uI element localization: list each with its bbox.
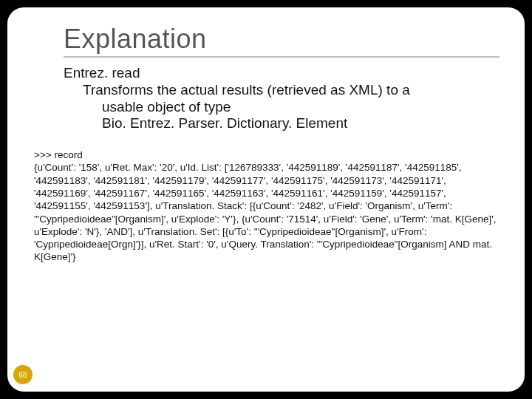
description-body: Transforms the actual results (retrieved…: [64, 82, 498, 132]
repl-prompt-line: >>> record: [34, 149, 498, 161]
slide: Explanation Entrez. read Transforms the …: [7, 7, 525, 392]
code-block: >>> record {u'Count': '158', u'Ret. Max'…: [34, 149, 498, 263]
function-name: Entrez. read: [64, 65, 498, 82]
description-block: Entrez. read Transforms the actual resul…: [64, 65, 498, 132]
record-output: {u'Count': '158', u'Ret. Max': '20', u'I…: [34, 161, 498, 263]
desc-line-2b: Bio. Entrez. Parser. Dictionary. Element: [83, 115, 498, 132]
desc-line-1: Transforms the actual results (retrieved…: [83, 82, 410, 98]
desc-line-2a: usable object of type: [83, 99, 498, 116]
page-number: 68: [18, 371, 27, 379]
slide-title: Explanation: [64, 24, 498, 55]
page-number-badge: 68: [13, 365, 33, 384]
title-rule: [64, 56, 499, 58]
